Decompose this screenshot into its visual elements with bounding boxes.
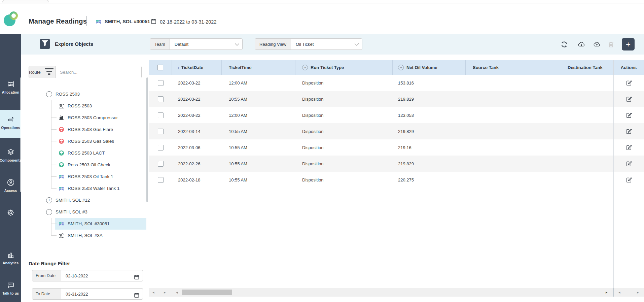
reading-view-select[interactable]: Reading View Oil Ticket [255, 38, 362, 50]
edit-icon[interactable] [625, 160, 632, 167]
sidebar-item-label: Operations [1, 126, 20, 130]
gear-icon [7, 209, 15, 217]
scroll-right-icon[interactable] [606, 288, 608, 297]
expand-column-icon[interactable] [398, 65, 404, 70]
tree-item-ross-2503-lact[interactable]: ROSS 2503 LACT [21, 147, 146, 159]
sidebar-item-label: Access [4, 189, 17, 193]
edit-icon[interactable] [625, 112, 632, 119]
to-date-field[interactable]: To Date 03-31-2022 [32, 288, 143, 300]
sidebar-item-label: Components [0, 158, 22, 162]
row-checkbox[interactable] [158, 129, 164, 134]
select-all-checkbox[interactable] [157, 65, 163, 70]
scroll-left-icon[interactable] [618, 288, 620, 297]
cell-net-oil-volume: 219.829 [393, 156, 466, 172]
tree-item-ross-2503-water-tank-1[interactable]: ROSS 2503 Water Tank 1 [21, 182, 146, 194]
sidebar-item-access[interactable]: Access [0, 178, 21, 199]
compressor-icon [58, 114, 65, 121]
edit-icon[interactable] [625, 128, 632, 135]
cell-run-ticket-type: Disposition [295, 172, 393, 188]
scroll-left-icon[interactable] [152, 288, 154, 297]
cell-run-ticket-type: Disposition [295, 123, 393, 139]
sidebar-item-analytics[interactable]: Analytics [0, 250, 21, 271]
tree-item-label: ROSS 2503 Gas Sales [68, 139, 114, 144]
sidebar-item-allocation[interactable]: Allocation [0, 79, 21, 100]
cloud-upload-icon[interactable] [593, 41, 601, 48]
tree-item-ross-2503-oil-tank-1[interactable]: ROSS 2503 Oil Tank 1 [21, 171, 146, 182]
row-checkbox[interactable] [158, 112, 164, 118]
tree-item-ross-2503[interactable]: ROSS 2503 [21, 100, 146, 112]
calendar-icon[interactable] [134, 273, 140, 281]
frozen-column-divider [172, 60, 172, 288]
row-checkbox[interactable] [158, 145, 164, 150]
scroll-left-icon[interactable] [176, 288, 178, 297]
filter-lines-icon [43, 66, 56, 78]
row-checkbox[interactable] [158, 177, 164, 183]
tree-item-ross-2503-gas-sales[interactable]: ROSS 2503 Gas Sales [21, 135, 146, 147]
calendar-icon[interactable] [134, 291, 140, 299]
edit-icon[interactable] [625, 79, 632, 86]
sidebar-item-operations[interactable]: Operations [0, 110, 21, 138]
add-reading-button[interactable] [622, 38, 635, 51]
layers-icon [7, 148, 15, 156]
from-date-field[interactable]: From Date 02-18-2022 [32, 270, 143, 281]
sidebar-item-talk-to-us[interactable]: Talk to us [0, 280, 21, 301]
edit-icon[interactable] [625, 144, 632, 151]
team-select[interactable]: Team Default [150, 38, 243, 50]
tank-icon [58, 185, 65, 192]
column-header-destination-tank[interactable]: Destination Tank [560, 60, 613, 75]
from-date-value: 02-18-2022 [61, 270, 134, 281]
filter-button[interactable] [40, 39, 50, 49]
column-header-source-tank[interactable]: Source Tank [466, 60, 560, 75]
reading-view-value: Oil Ticket [291, 39, 351, 49]
scroll-right-icon[interactable] [637, 288, 639, 297]
sidebar-item-gear[interactable] [0, 208, 21, 229]
cell-run-ticket-type: Disposition [295, 156, 393, 172]
tree-item-ross-2503[interactable]: ROSS 2503 [21, 88, 146, 100]
collapse-icon[interactable] [46, 209, 52, 215]
route-filter-dropdown[interactable]: Route [29, 66, 56, 78]
edit-icon[interactable] [625, 96, 632, 102]
row-checkbox[interactable] [158, 96, 164, 102]
cell-destination-tank [560, 172, 613, 188]
route-label: Route [29, 70, 41, 75]
tree-item-smith-sol-30051[interactable]: SMITH, SOL #30051 [21, 218, 146, 230]
column-header-net-oil-volume[interactable]: Net Oil Volume [393, 60, 466, 75]
header-date-range: 02-18-2022 to 03-31-2022 [160, 19, 217, 25]
app-logo[interactable] [0, 3, 21, 34]
column-header-ticketdate[interactable]: TicketDate [172, 60, 222, 75]
cell-net-oil-volume: 219.829 [393, 123, 466, 139]
tree-item-ross-2503-gas-flare[interactable]: ROSS 2503 Gas Flare [21, 124, 146, 135]
tree-item-label: SMITH, SOL #30051 [68, 221, 110, 226]
funnel-icon [40, 38, 50, 50]
sidebar-item-components[interactable]: Components [0, 147, 21, 168]
refresh-icon[interactable] [561, 41, 568, 48]
column-header-tickettime[interactable]: TicketTime [222, 60, 295, 75]
tree-item-ross-2503-compressor[interactable]: ROSS 2503 Compressor [21, 112, 146, 124]
scroll-right-icon[interactable] [164, 288, 166, 297]
collapse-icon[interactable] [46, 91, 52, 97]
scrollbar-thumb[interactable] [182, 290, 232, 295]
tree-item-smith-sol-3[interactable]: SMITH, SOL #3 [21, 206, 146, 218]
column-header-run-ticket-type[interactable]: Run Ticket Type [295, 60, 393, 75]
sidebar-scrollbar[interactable] [20, 77, 21, 192]
cloud-download-icon[interactable] [578, 41, 585, 48]
tree-scrollbar[interactable] [146, 77, 148, 202]
expand-icon[interactable] [46, 197, 52, 203]
sort-desc-icon[interactable] [177, 65, 180, 70]
column-header-actions[interactable]: Actions [613, 60, 644, 75]
row-checkbox[interactable] [158, 161, 164, 167]
cell-ticket-date: 2022-03-06 [172, 139, 222, 156]
scrollbar-divider [613, 288, 614, 297]
cell-run-ticket-type: Disposition [295, 75, 393, 91]
tree-item-smith-sol-3a[interactable]: SMITH, SOL #3A [21, 230, 146, 241]
edit-icon[interactable] [625, 176, 632, 183]
row-checkbox[interactable] [158, 80, 164, 86]
tree-item-smith-sol-12[interactable]: SMITH, SOL #12 [21, 194, 146, 206]
tree-item-ross-2503-oil-check[interactable]: Ross 2503 Oil Check [21, 159, 146, 171]
search-input[interactable] [56, 66, 141, 78]
page-title: Manage Readings [29, 18, 87, 25]
well-icon [58, 232, 65, 239]
expand-column-icon[interactable] [302, 65, 308, 70]
horizontal-scrollbar[interactable] [149, 288, 644, 297]
person-icon [7, 178, 15, 187]
